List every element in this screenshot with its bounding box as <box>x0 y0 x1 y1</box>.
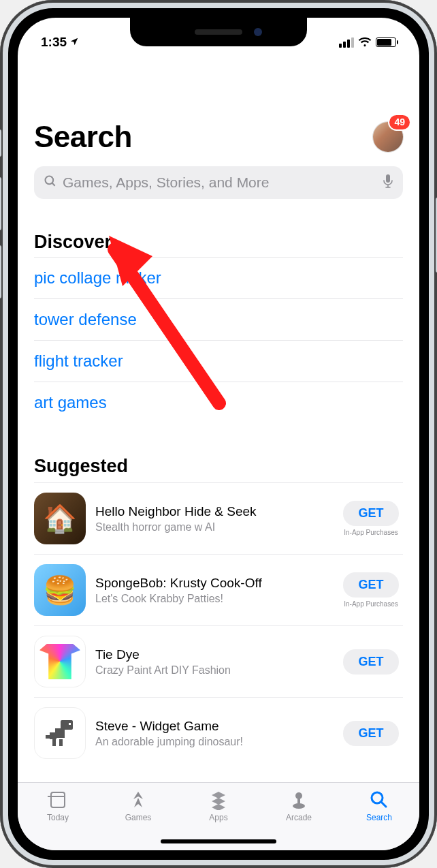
app-subtitle: Let's Cook Krabby Patties! <box>95 593 329 605</box>
tab-label: Today <box>47 813 69 822</box>
location-icon <box>69 35 79 50</box>
app-row[interactable]: 🏠 Hello Neighbor Hide & Seek Stealth hor… <box>34 482 403 554</box>
svg-point-16 <box>293 803 305 809</box>
tab-games[interactable]: Games <box>98 790 178 822</box>
svg-rect-11 <box>46 735 51 739</box>
svg-line-18 <box>381 802 386 807</box>
home-indicator[interactable] <box>161 839 276 843</box>
get-button[interactable]: GET <box>343 649 398 675</box>
content-area: Search 49 <box>18 57 419 782</box>
app-name: Tie Dye <box>95 647 329 663</box>
svg-rect-15 <box>297 799 300 804</box>
svg-rect-10 <box>59 739 63 746</box>
app-icon <box>34 636 86 687</box>
tab-label: Apps <box>209 813 227 822</box>
app-icon: 🍔 <box>34 564 86 616</box>
svg-rect-6 <box>69 723 71 725</box>
svg-point-0 <box>46 176 54 185</box>
tab-label: Search <box>366 813 392 822</box>
account-avatar[interactable]: 49 <box>373 122 403 152</box>
app-icon: 🏠 <box>34 493 86 544</box>
discover-heading: Discover <box>34 232 403 253</box>
svg-line-1 <box>52 183 55 186</box>
wifi-icon <box>358 37 372 47</box>
mute-switch <box>0 129 1 157</box>
search-icon <box>44 174 57 191</box>
tab-label: Games <box>125 813 152 822</box>
svg-point-14 <box>295 792 302 799</box>
svg-rect-9 <box>52 739 56 746</box>
get-button[interactable]: GET <box>343 501 398 526</box>
cellular-signal-icon <box>339 37 354 48</box>
svg-rect-5 <box>61 720 73 730</box>
page-title: Search <box>34 120 132 154</box>
app-name: SpongeBob: Krusty Cook-Off <box>95 575 329 591</box>
updates-badge: 49 <box>389 115 410 129</box>
app-subtitle: An adorable jumping dinosaur! <box>95 736 329 748</box>
in-app-purchases-label: In-App Purchases <box>344 600 398 608</box>
app-name: Steve - Widget Game <box>95 718 329 734</box>
tab-search[interactable]: Search <box>339 790 419 822</box>
search-input[interactable] <box>63 174 377 191</box>
tab-today[interactable]: Today <box>18 790 98 822</box>
notch <box>130 18 307 46</box>
discover-item[interactable]: art games <box>34 382 403 423</box>
status-time: 1:35 <box>41 35 67 50</box>
phone-frame: 1:35 Search 49 <box>0 0 437 868</box>
app-subtitle: Crazy Paint Art DIY Fashion <box>95 664 329 677</box>
suggested-heading: Suggested <box>34 456 403 477</box>
app-row[interactable]: 🍔 SpongeBob: Krusty Cook-Off Let's Cook … <box>34 554 403 625</box>
svg-rect-2 <box>386 174 390 183</box>
app-name: Hello Neighbor Hide & Seek <box>95 503 329 520</box>
app-row[interactable]: Steve - Widget Game An adorable jumping … <box>34 697 403 769</box>
volume-down-button <box>0 245 1 298</box>
dictation-icon[interactable] <box>383 174 393 191</box>
in-app-purchases-label: In-App Purchases <box>344 529 398 536</box>
suggested-list: 🏠 Hello Neighbor Hide & Seek Stealth hor… <box>34 482 403 769</box>
svg-rect-12 <box>51 792 65 807</box>
screen: 1:35 Search 49 <box>18 18 419 850</box>
app-subtitle: Stealth horror game w AI <box>95 521 329 533</box>
tab-arcade[interactable]: Arcade <box>259 790 339 822</box>
get-button[interactable]: GET <box>343 721 398 746</box>
app-row[interactable]: Tie Dye Crazy Paint Art DIY Fashion GET <box>34 625 403 697</box>
tab-label: Arcade <box>286 813 312 822</box>
discover-item[interactable]: flight tracker <box>34 340 403 382</box>
discover-item[interactable]: tower defense <box>34 298 403 340</box>
discover-list: pic collage maker tower defense flight t… <box>34 257 403 423</box>
battery-icon <box>376 37 396 47</box>
search-field[interactable] <box>34 166 403 199</box>
get-button[interactable]: GET <box>343 572 398 598</box>
volume-up-button <box>0 177 1 230</box>
tab-apps[interactable]: Apps <box>178 790 259 822</box>
discover-item[interactable]: pic collage maker <box>34 257 403 298</box>
svg-rect-7 <box>55 728 65 738</box>
tab-bar: Today Games Apps Arcade Search <box>18 782 419 850</box>
app-icon <box>34 707 86 759</box>
